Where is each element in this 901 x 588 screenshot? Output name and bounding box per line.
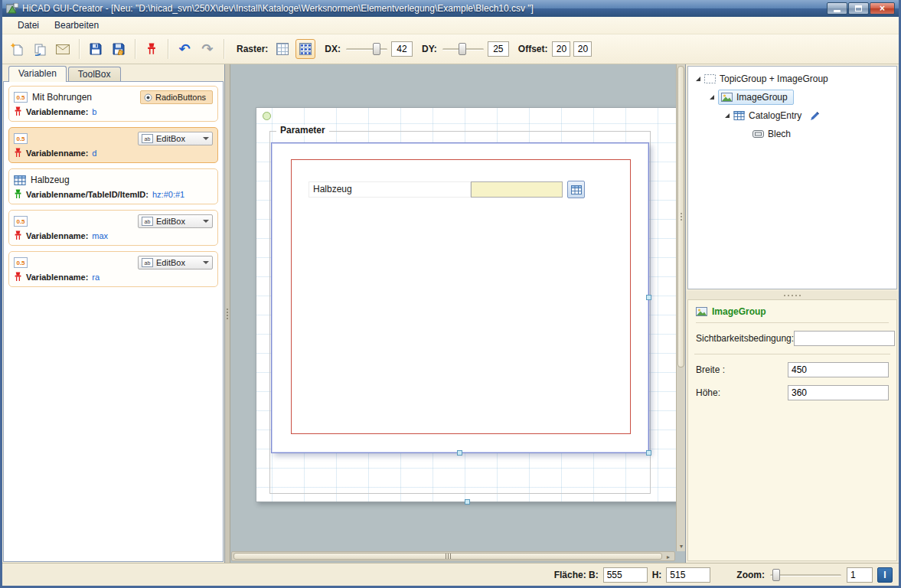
design-canvas[interactable]: Parameter Halbzeug [224, 64, 686, 563]
catalog-browse-button[interactable] [567, 181, 585, 198]
dx-slider-thumb[interactable] [373, 43, 380, 55]
variable-label: Variablenname: [26, 273, 88, 282]
height-label: Höhe: [696, 387, 720, 398]
pencil-icon[interactable] [810, 111, 820, 121]
save-icon [90, 43, 102, 55]
variable-card-d[interactable]: 0.5 ab EditBox Variablenname: d [8, 127, 218, 163]
resize-handle-corner[interactable] [646, 450, 651, 456]
editbox-combo[interactable]: ab EditBox [138, 214, 213, 228]
tree-item-label: CatalogEntry [749, 110, 801, 121]
height-input[interactable] [788, 385, 889, 400]
minimize-button[interactable] [827, 2, 847, 15]
editbox-combo[interactable]: ab EditBox [138, 256, 213, 270]
grid-snap-button[interactable] [295, 39, 315, 59]
area-h-input[interactable] [666, 567, 710, 583]
horizontal-scrollbar[interactable]: ▸ [231, 551, 675, 561]
undo-button[interactable]: ↶ [175, 39, 194, 59]
save-as-button[interactable] [109, 39, 129, 59]
catalogentry-outline[interactable] [291, 159, 631, 434]
tab-variablen[interactable]: Variablen [8, 66, 67, 82]
horizontal-scrollbar-thumb[interactable] [233, 553, 662, 560]
radiobuttons-chip[interactable]: RadioButtons [140, 90, 213, 104]
zoom-slider-track [770, 574, 841, 577]
variable-card-hz[interactable]: Halbzeug Variablenname/TableID/ItemID: h… [8, 168, 218, 204]
grid-toggle-button[interactable] [273, 39, 292, 59]
maximize-button[interactable] [848, 2, 869, 15]
dy-slider[interactable] [442, 41, 485, 57]
splitter-grip [227, 307, 228, 321]
close-button[interactable]: × [870, 2, 895, 15]
numeric-field-icon: 0.5 [14, 257, 28, 268]
right-panel: TopicGroup + ImageGroup ImageGroup Catal… [686, 64, 899, 563]
offset-y-input[interactable] [573, 41, 592, 57]
scroll-right-icon[interactable]: ▸ [664, 553, 673, 560]
pin-red-icon [14, 148, 22, 158]
editbox-combo[interactable]: ab EditBox [138, 132, 213, 145]
resize-handle-bottom[interactable] [457, 450, 462, 456]
variable-label: Variablenname: [26, 107, 88, 116]
tree-item-topicgroup[interactable]: TopicGroup + ImageGroup [688, 70, 896, 88]
zoom-value-input[interactable] [847, 567, 873, 583]
expand-arrow-icon[interactable] [710, 95, 714, 100]
design-page[interactable]: Parameter Halbzeug [256, 107, 679, 502]
editbox-icon: ab [142, 217, 153, 226]
copy-icon [34, 43, 47, 56]
dx-value-input[interactable] [391, 41, 413, 57]
tree-item-label: TopicGroup + ImageGroup [720, 74, 828, 84]
dy-value-input[interactable] [488, 41, 509, 57]
variable-card-b[interactable]: 0.5 Mit Bohrungen RadioButtons Variablen… [8, 86, 218, 122]
vertical-scrollbar[interactable]: ▾ [676, 64, 685, 551]
new-file-button[interactable] [7, 39, 27, 59]
variables-list: 0.5 Mit Bohrungen RadioButtons Variablen… [3, 81, 224, 562]
structure-tree: TopicGroup + ImageGroup ImageGroup Catal… [687, 66, 897, 289]
halbzeug-input[interactable] [471, 181, 563, 198]
dx-slider[interactable] [345, 41, 388, 57]
expand-arrow-icon[interactable] [725, 113, 730, 118]
redo-button[interactable]: ↷ [198, 39, 217, 59]
imagegroup-element[interactable]: Halbzeug [271, 142, 649, 453]
chevron-down-icon [203, 261, 209, 264]
close-icon: × [880, 4, 885, 13]
raster-label: Raster: [237, 44, 268, 54]
width-input[interactable] [788, 362, 889, 377]
pin-button[interactable] [142, 39, 162, 59]
pin-red-icon [14, 272, 22, 282]
save-button[interactable] [86, 39, 106, 59]
numeric-field-icon: 0.5 [14, 216, 28, 227]
offset-label: Offset: [518, 44, 548, 54]
card-title: Halbzeug [31, 175, 213, 185]
panel-splitter[interactable] [686, 291, 899, 299]
halbzeug-label[interactable]: Halbzeug [308, 181, 471, 198]
zoom-slider[interactable] [769, 567, 842, 583]
resize-handle-right[interactable] [646, 295, 651, 300]
origin-handle[interactable] [263, 112, 271, 120]
tree-item-catalogentry[interactable]: CatalogEntry [688, 106, 896, 125]
zoom-info-button[interactable]: I [877, 567, 893, 583]
grid-snap-icon [299, 43, 312, 55]
scroll-down-icon[interactable]: ▾ [677, 541, 686, 551]
variable-card-max[interactable]: 0.5 ab EditBox Variablenname: max [8, 210, 218, 246]
chevron-down-icon [203, 137, 209, 140]
zoom-slider-thumb[interactable] [772, 569, 780, 581]
left-tabs: Variablen ToolBox [2, 64, 224, 81]
variable-card-ra[interactable]: 0.5 ab EditBox Variablenname: ra [8, 251, 218, 287]
titlebar[interactable]: HiCAD GUI-Creator - [Neu: "D:\hicad_svn\… [2, 0, 899, 17]
offset-x-input[interactable] [552, 41, 570, 57]
import-button[interactable] [53, 39, 73, 59]
undo-icon: ↶ [178, 42, 190, 56]
page-resize-handle-bottom[interactable] [465, 499, 470, 505]
menu-bearbeiten[interactable]: Bearbeiten [48, 18, 105, 33]
tree-item-imagegroup[interactable]: ImageGroup [688, 88, 896, 106]
expand-arrow-icon[interactable] [696, 77, 700, 81]
tab-toolbox[interactable]: ToolBox [68, 67, 121, 81]
left-splitter[interactable] [225, 64, 230, 563]
visibility-input[interactable] [794, 331, 895, 346]
tree-item-blech[interactable]: Blech [688, 125, 896, 143]
vertical-scrollbar-thumb[interactable] [677, 66, 684, 368]
area-b-input[interactable] [603, 567, 648, 583]
copy-template-button[interactable] [30, 39, 50, 59]
dy-slider-thumb[interactable] [459, 43, 466, 55]
tree-item-label: ImageGroup [736, 92, 788, 103]
catalogentry-icon [733, 111, 745, 120]
menu-datei[interactable]: Datei [11, 18, 45, 33]
